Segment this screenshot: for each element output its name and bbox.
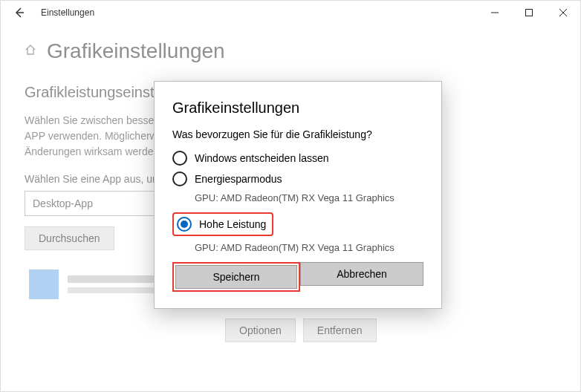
back-button[interactable] [8, 1, 30, 24]
close-button[interactable] [546, 1, 580, 24]
power-saving-gpu: GPU: AMD Radeon(TM) RX Vega 11 Graphics [195, 192, 423, 203]
svg-rect-2 [526, 10, 533, 16]
radio-label: Windows entscheiden lassen [195, 152, 329, 164]
window-title: Einstellungen [41, 7, 94, 18]
cancel-button[interactable]: Abbrechen [300, 262, 423, 286]
page-heading: Grafikeinstellungen [47, 39, 225, 63]
dialog-question: Was bevorzugen Sie für die Grafikleistun… [172, 128, 423, 140]
maximize-button[interactable] [512, 1, 546, 24]
radio-icon [172, 151, 187, 166]
options-button[interactable]: Optionen [225, 318, 296, 342]
radio-label: Energiesparmodus [195, 173, 282, 185]
radio-label: Hohe Leistung [199, 218, 266, 230]
graphics-preference-dialog: Grafikeinstellungen Was bevorzugen Sie f… [154, 81, 442, 309]
dialog-title: Grafikeinstellungen [172, 99, 423, 117]
browse-button[interactable]: Durchsuchen [25, 226, 114, 250]
minimize-button[interactable] [478, 1, 512, 24]
radio-option-power-saving[interactable]: Energiesparmodus [172, 172, 423, 186]
radio-icon-selected [177, 217, 192, 232]
app-icon [29, 270, 59, 299]
high-performance-gpu: GPU: AMD Radeon(TM) RX Vega 11 Graphics [195, 242, 423, 253]
save-button[interactable]: Speichern [175, 265, 297, 289]
home-icon[interactable] [25, 44, 36, 59]
radio-option-windows-decide[interactable]: Windows entscheiden lassen [172, 151, 423, 166]
titlebar: Einstellungen [1, 1, 580, 24]
radio-icon [172, 172, 187, 186]
radio-option-high-performance[interactable]: Hohe Leistung [172, 212, 273, 236]
remove-button[interactable]: Entfernen [303, 318, 377, 342]
dropdown-value: Desktop-App [33, 197, 93, 209]
